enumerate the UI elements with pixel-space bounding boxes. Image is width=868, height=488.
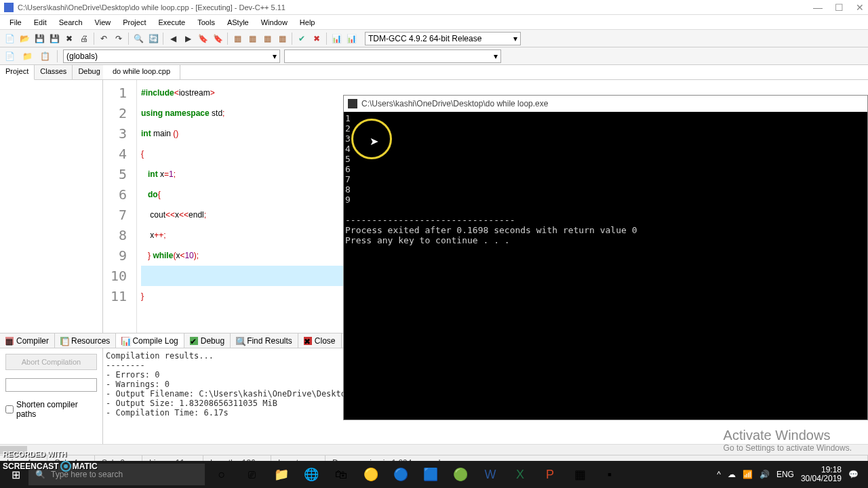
language-icon[interactable]: ENG (776, 470, 794, 479)
app2-icon[interactable]: 🟦 (418, 462, 443, 487)
print-icon[interactable]: 🖨 (77, 32, 91, 45)
console-output: 1 2 3 4 5 6 7 8 9 ----------------------… (344, 112, 867, 247)
console-title-text: C:\Users\kashi\OneDrive\Desktop\do while… (361, 99, 548, 108)
debug-icon[interactable]: ✔ (295, 32, 309, 45)
goto-icon[interactable]: 🔖 (211, 32, 224, 45)
close-icon[interactable]: ✖ (62, 32, 76, 45)
compile-icon[interactable]: ▦ (231, 32, 244, 45)
tab-debug[interactable]: Debug (73, 65, 106, 79)
word-icon[interactable]: W (477, 462, 503, 487)
menu-edit[interactable]: Edit (28, 17, 52, 28)
line-gutter: 1 2 3 4 5 6 7 8 9 10 11 (103, 80, 137, 333)
replace-icon[interactable]: 🔄 (146, 32, 160, 45)
menu-execute[interactable]: Execute (153, 17, 191, 28)
open-icon[interactable]: 📂 (18, 32, 31, 45)
redo-icon[interactable]: ↷ (112, 32, 125, 45)
sidebar: Project Classes Debug (0, 65, 103, 333)
run-icon[interactable]: ▦ (245, 32, 259, 45)
undo-icon[interactable]: ↶ (97, 32, 111, 45)
explorer-icon[interactable]: 📁 (269, 462, 294, 487)
compiler-select-label: TDM-GCC 4.9.2 64-bit Release (368, 34, 481, 43)
tab-project[interactable]: Project (0, 65, 35, 80)
menu-file[interactable]: File (4, 17, 27, 28)
menu-view[interactable]: View (90, 17, 117, 28)
globals-dropdown[interactable]: (globals)▾ (63, 49, 280, 63)
console-icon (348, 99, 357, 108)
titlebar: C:\Users\kashi\OneDrive\Desktop\do while… (0, 0, 868, 15)
file-tab[interactable]: do while loop.cpp (103, 65, 180, 79)
newsource-icon[interactable]: 📄 (3, 49, 16, 63)
volume-icon[interactable]: 🔊 (760, 470, 770, 479)
cortana-icon[interactable]: ○ (209, 462, 235, 487)
btab-compiler[interactable]: ▦Compiler (0, 333, 55, 348)
activate-windows-watermark: Activate Windows Go to Settings to activ… (724, 428, 852, 453)
taskview-icon[interactable]: ⎚ (239, 462, 264, 487)
path-input[interactable] (5, 378, 97, 392)
btab-close[interactable]: ✖Close (298, 333, 342, 348)
secondary-toolbar: 📄 📁 📋 (globals)▾ ▾ (0, 47, 868, 65)
store-icon[interactable]: 🛍 (328, 462, 354, 487)
profile2-icon[interactable]: 📊 (344, 32, 358, 45)
excel-icon[interactable]: X (507, 462, 533, 487)
save-icon[interactable]: 💾 (33, 32, 46, 45)
recorded-with-label: RECORDED WITH (3, 450, 66, 458)
powerpoint-icon[interactable]: P (537, 462, 563, 487)
edge-icon[interactable]: 🌐 (298, 462, 324, 487)
close-button[interactable]: ✕ (856, 2, 864, 13)
new-icon[interactable]: 📄 (3, 32, 16, 45)
notifications-icon[interactable]: 💬 (848, 470, 859, 479)
bookmark-icon[interactable]: 🔖 (196, 32, 210, 45)
chevron-down-icon: ▾ (513, 34, 517, 43)
chevron-down-icon: ▾ (494, 52, 498, 61)
minimize-button[interactable]: — (813, 2, 823, 13)
profile-icon[interactable]: 📊 (330, 32, 343, 45)
window-title: C:\Users\kashi\OneDrive\Desktop\do while… (18, 3, 813, 12)
screencast-logo: SCREENCASTMATIC (3, 461, 98, 472)
devcpp-icon[interactable]: ▦ (567, 462, 593, 487)
utorrent-icon[interactable]: 🟢 (448, 462, 473, 487)
btab-resources[interactable]: 📋Resources (55, 333, 116, 348)
tray-up-icon[interactable]: ^ (717, 470, 721, 479)
btab-find[interactable]: 🔍Find Results (231, 333, 298, 348)
system-tray[interactable]: ^ ☁ 📶 🔊 ENG 19:18 30/04/2019 💬 (717, 466, 865, 483)
menu-tools[interactable]: Tools (192, 17, 220, 28)
console-titlebar[interactable]: C:\Users\kashi\OneDrive\Desktop\do while… (344, 96, 867, 112)
compilerun-icon[interactable]: ▦ (260, 32, 274, 45)
members-dropdown[interactable]: ▾ (284, 49, 501, 63)
btab-compile-log[interactable]: 📊Compile Log (116, 333, 184, 348)
insertfile-icon[interactable]: 📋 (38, 49, 52, 63)
rebuild-icon[interactable]: ▦ (275, 32, 289, 45)
btab-debug[interactable]: ✔Debug (184, 333, 231, 348)
wifi-icon[interactable]: 📶 (743, 470, 753, 479)
menu-help[interactable]: Help (294, 17, 321, 28)
abort-compilation-button: Abort Compilation (5, 354, 97, 370)
app-icon (4, 3, 14, 12)
saveall-icon[interactable]: 💾 (47, 32, 61, 45)
shorten-paths-checkbox[interactable]: Shorten compiler paths (5, 400, 97, 419)
onedrive-icon[interactable]: ☁ (728, 470, 736, 479)
taskbar[interactable]: ⊞ 🔍 Type here to search ○ ⎚ 📁 🌐 🛍 🟡 🔵 🟦 … (0, 461, 868, 488)
chrome-icon[interactable]: 🟡 (358, 462, 384, 487)
find-icon[interactable]: 🔍 (132, 32, 145, 45)
clock[interactable]: 19:18 30/04/2019 (801, 466, 842, 483)
menubar: File Edit Search View Project Execute To… (0, 15, 868, 30)
newproject-icon[interactable]: 📁 (20, 49, 34, 63)
forward-icon[interactable]: ▶ (181, 32, 195, 45)
menu-search[interactable]: Search (54, 17, 88, 28)
globals-label: (globals) (66, 52, 98, 61)
main-toolbar: 📄 📂 💾 💾 ✖ 🖨 ↶ ↷ 🔍 🔄 ◀ ▶ 🔖 🔖 ▦ ▦ ▦ ▦ ✔ ✖ … (0, 30, 868, 47)
app1-icon[interactable]: 🔵 (388, 462, 414, 487)
chevron-down-icon: ▾ (273, 52, 277, 61)
menu-project[interactable]: Project (117, 17, 151, 28)
maximize-button[interactable]: ☐ (835, 2, 844, 13)
compiler-select[interactable]: TDM-GCC 4.9.2 64-bit Release▾ (365, 32, 521, 45)
back-icon[interactable]: ◀ (166, 32, 180, 45)
menu-astyle[interactable]: AStyle (222, 17, 254, 28)
console-task-icon[interactable]: ▪ (597, 462, 623, 487)
tab-classes[interactable]: Classes (35, 65, 73, 79)
stop-icon[interactable]: ✖ (310, 32, 323, 45)
console-window[interactable]: C:\Users\kashi\OneDrive\Desktop\do while… (343, 95, 868, 420)
menu-window[interactable]: Window (256, 17, 293, 28)
